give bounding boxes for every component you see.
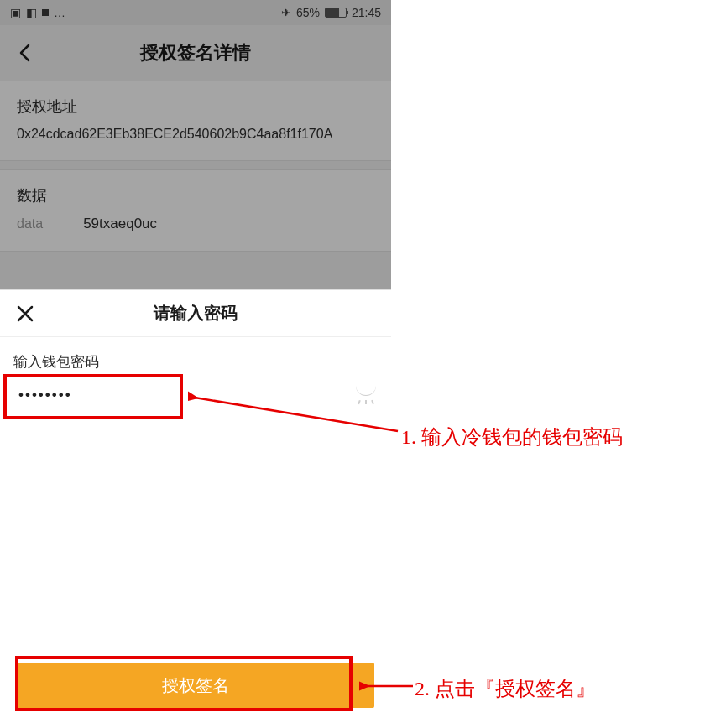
password-field-label: 输入钱包密码 <box>13 352 378 372</box>
data-section-label: 数据 <box>17 185 374 205</box>
auth-address-label: 授权地址 <box>17 96 374 117</box>
sheet-header: 请输入密码 <box>0 290 391 337</box>
sheet-footer: 授权签名 <box>0 649 391 728</box>
status-bar: ▣ ◧ … ✈ 65% 21:45 <box>0 0 391 25</box>
data-key: data <box>17 216 43 231</box>
sheet-body: 输入钱包密码 <box>0 337 391 649</box>
password-row <box>13 380 378 419</box>
authorize-sign-button[interactable]: 授权签名 <box>17 663 374 708</box>
password-input[interactable] <box>13 380 347 410</box>
battery-percent: 65% <box>296 6 320 19</box>
sheet-title: 请输入密码 <box>0 302 391 325</box>
data-row: data 59txaeq0uc <box>17 216 374 232</box>
status-right: ✈ 65% 21:45 <box>281 6 381 19</box>
toggle-password-visibility[interactable] <box>356 389 378 401</box>
status-left-icons: ▣ ◧ … <box>10 6 65 19</box>
status-more: … <box>54 6 65 19</box>
status-icon: ▣ <box>10 6 21 19</box>
status-time: 21:45 <box>352 6 381 19</box>
page-title: 授权签名详情 <box>0 40 391 65</box>
auth-address-section: 授权地址 0x24cdcad62E3Eb38ECE2d540602b9C4aa8… <box>0 81 391 161</box>
annotation-text-2: 2. 点击『授权签名』 <box>415 675 596 702</box>
battery-icon <box>325 8 347 18</box>
airplane-mode-icon: ✈ <box>281 6 291 19</box>
status-icon <box>42 9 49 16</box>
phone-screen: ▣ ◧ … ✈ 65% 21:45 授权签名详情 <box>0 0 391 728</box>
data-value: 59txaeq0uc <box>83 216 157 232</box>
nav-bar: 授权签名详情 <box>0 25 391 81</box>
annotation-text-1: 1. 输入冷钱包的钱包密码 <box>401 424 623 450</box>
status-icon: ◧ <box>26 6 37 19</box>
auth-address-value: 0x24cdcad62E3Eb38ECE2d540602b9C4aa8f1f17… <box>17 127 374 142</box>
data-section: 数据 data 59txaeq0uc <box>0 169 391 252</box>
password-sheet: 请输入密码 输入钱包密码 授权签名 <box>0 290 391 728</box>
